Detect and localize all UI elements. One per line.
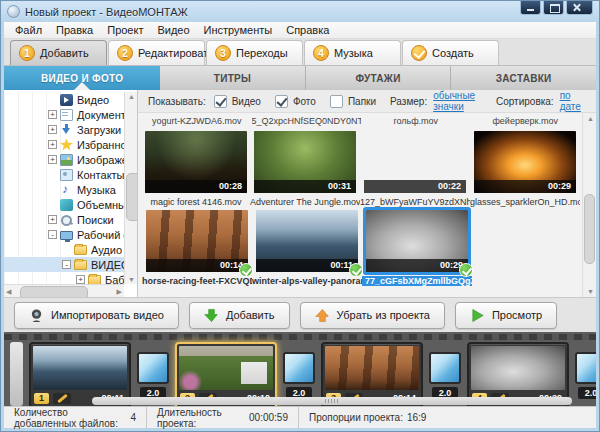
show-label: Показывать: bbox=[148, 96, 206, 107]
transition-duration: 2.0 bbox=[578, 387, 596, 399]
transition-2[interactable]: 2.0 bbox=[281, 352, 317, 399]
grid-vertical-scrollbar[interactable]: ▲ ▼ bbox=[582, 113, 596, 297]
video-thumbnail[interactable]: 00:11 bbox=[256, 210, 358, 272]
video-thumbnail[interactable]: 00:29 bbox=[366, 210, 468, 272]
tree-item-documents[interactable]: +Документы bbox=[4, 107, 124, 122]
video-thumbnail[interactable]: 00:22 bbox=[364, 131, 466, 193]
step-tab-edit[interactable]: 2 Редактировать bbox=[108, 40, 205, 65]
tab-video-photo[interactable]: ВИДЕО И ФОТО bbox=[4, 66, 160, 90]
transition-3[interactable]: 2.0 bbox=[427, 352, 463, 399]
video-checkbox[interactable] bbox=[214, 95, 227, 108]
tree-horizontal-scrollbar[interactable]: ◀ ▶ bbox=[4, 284, 124, 297]
tree-item-favorites[interactable]: +Избранное bbox=[4, 137, 124, 152]
tree-item-contacts[interactable]: Контакты bbox=[4, 167, 124, 182]
preview-button[interactable]: Просмотр bbox=[455, 302, 557, 329]
tree-item-video-folder[interactable]: -ВИДЕО bbox=[4, 257, 124, 272]
filter-video[interactable]: Видео bbox=[214, 95, 261, 108]
folder-icon bbox=[74, 245, 87, 255]
scroll-up-icon[interactable]: ▲ bbox=[128, 93, 135, 100]
video-icon bbox=[60, 94, 73, 106]
menu-file[interactable]: Файл bbox=[8, 23, 49, 37]
close-icon[interactable] bbox=[566, 1, 593, 15]
import-video-button[interactable]: Импортировать видео bbox=[14, 302, 179, 329]
scroll-right-icon[interactable]: ▶ bbox=[117, 288, 122, 296]
file-item[interactable]: 00:22 127_bWFyaWFuYV9zdXNhbmFfZX... bbox=[360, 128, 470, 207]
edit-pencil-icon[interactable] bbox=[53, 393, 71, 404]
app-icon bbox=[7, 5, 20, 18]
file-item[interactable]: 00:28 magic forest 4146.mov bbox=[142, 128, 250, 207]
tree-item-searches[interactable]: +Поиски bbox=[4, 212, 124, 227]
tree-item-desktop[interactable]: -Рабочий ст bbox=[4, 227, 124, 242]
menu-video[interactable]: Видео bbox=[150, 23, 196, 37]
transition-tile-icon[interactable] bbox=[429, 352, 461, 384]
tab-titles[interactable]: ТИТРЫ bbox=[160, 66, 306, 90]
menu-help[interactable]: Справка bbox=[279, 23, 336, 37]
minimize-icon[interactable] bbox=[520, 1, 541, 15]
file-name[interactable]: гольф.mov bbox=[361, 116, 471, 126]
file-name[interactable]: 5_Q2xpcHNfSEQ0NDY0NTYfMQ.mov bbox=[252, 116, 362, 126]
video-thumbnail[interactable]: 00:29 bbox=[474, 131, 576, 193]
menu-tools[interactable]: Инструменты bbox=[197, 23, 280, 37]
video-thumbnail[interactable]: 00:31 bbox=[254, 131, 356, 193]
tree-item-downloads[interactable]: +Загрузки bbox=[4, 122, 124, 137]
folders-checkbox[interactable] bbox=[330, 95, 343, 108]
step-4-icon: 4 bbox=[313, 45, 329, 61]
clip-thumbnail[interactable] bbox=[325, 346, 419, 390]
file-grid: yogurt-KZJWDA6.mov 5_Q2xpcHNfSEQ0NDY0NTY… bbox=[142, 113, 580, 297]
maximize-icon[interactable] bbox=[543, 1, 564, 15]
step-tab-add[interactable]: 1 Добавить bbox=[10, 40, 107, 65]
photo-checkbox[interactable] bbox=[275, 95, 288, 108]
file-name[interactable]: фейерверк.mov bbox=[471, 116, 581, 126]
clip-thumbnail[interactable] bbox=[33, 346, 127, 390]
sort-link[interactable]: по дате bbox=[560, 90, 586, 112]
menu-project[interactable]: Проект bbox=[100, 23, 150, 37]
file-item-selected[interactable]: 00:29 77_cGFsbXMgZmllbGQgZm9nI... bbox=[362, 207, 472, 286]
file-item[interactable]: 00:31 Adventurer The Jungle.mov bbox=[250, 128, 360, 207]
tree-item-videos[interactable]: Видео bbox=[4, 92, 124, 107]
step-tab-music[interactable]: 4 Музыка bbox=[304, 40, 401, 65]
menu-edit[interactable]: Правка bbox=[49, 23, 100, 37]
transition-tile-icon[interactable] bbox=[283, 352, 315, 384]
step-tab-transitions[interactable]: 3 Переходы bbox=[206, 40, 303, 65]
add-button[interactable]: Добавить bbox=[189, 302, 290, 329]
transition-4[interactable]: 2.0 bbox=[573, 352, 596, 399]
file-name[interactable]: yogurt-KZJWDA6.mov bbox=[142, 116, 252, 126]
size-link[interactable]: обычные значки bbox=[433, 90, 490, 112]
file-item[interactable]: 00:29 glasses_sparklerOn_HD.mov bbox=[470, 128, 580, 207]
file-item[interactable]: 00:14 horse-racing-feet-FXCVQDP.m... bbox=[142, 207, 252, 286]
scroll-down-icon[interactable]: ▼ bbox=[587, 288, 594, 295]
app-body: Файл Правка Проект Видео Инструменты Спр… bbox=[4, 22, 596, 428]
scroll-left-icon[interactable]: ◀ bbox=[6, 288, 11, 296]
window-title: Новый проект - ВидеоМОНТАЖ bbox=[25, 6, 188, 18]
title-bar[interactable]: Новый проект - ВидеоМОНТАЖ bbox=[1, 1, 599, 22]
cube-icon bbox=[60, 199, 73, 211]
tab-footage[interactable]: ФУТАЖИ bbox=[306, 66, 452, 90]
tree-item-pictures[interactable]: +Изображен bbox=[4, 152, 124, 167]
clip-thumbnail[interactable] bbox=[471, 346, 565, 390]
sort-label: Сортировка: bbox=[496, 96, 554, 107]
file-item[interactable]: 00:11 winter-alps-valley-panorama-... bbox=[252, 207, 362, 286]
tree-item-audio[interactable]: Аудио bbox=[4, 242, 124, 257]
tree-item-music[interactable]: Музыка bbox=[4, 182, 124, 197]
step-tab-create[interactable]: Создать bbox=[402, 40, 499, 65]
clip-thumbnail[interactable] bbox=[179, 346, 273, 390]
tab-intros[interactable]: ЗАСТАВКИ bbox=[451, 66, 596, 90]
scroll-down-icon[interactable]: ▼ bbox=[128, 276, 135, 283]
transition-tile-icon[interactable] bbox=[575, 352, 596, 384]
remove-from-project-button[interactable]: Убрать из проекта bbox=[300, 302, 445, 329]
video-thumbnail[interactable]: 00:14 bbox=[146, 210, 248, 272]
scroll-up-icon[interactable]: ▲ bbox=[587, 115, 594, 122]
step-tabs: 1 Добавить 2 Редактировать 3 Переходы 4 … bbox=[4, 39, 596, 66]
transition-tile-icon[interactable] bbox=[137, 352, 169, 384]
tree-vertical-scrollbar[interactable]: ▲ ▼ bbox=[124, 92, 137, 284]
status-bar: Количество добавленных файлов: 4 Длитель… bbox=[4, 406, 596, 428]
filter-folders[interactable]: Папки bbox=[330, 95, 376, 108]
video-thumbnail[interactable]: 00:28 bbox=[145, 131, 247, 193]
tree-item-babs[interactable]: +Бабс bbox=[4, 272, 124, 284]
aspect-ratio-value: 16:9 bbox=[407, 412, 426, 423]
timeline-scrollbar[interactable] bbox=[92, 397, 572, 405]
transition-1[interactable]: 2.0 bbox=[135, 352, 171, 399]
film-strip-sprockets bbox=[4, 334, 596, 340]
tree-item-3d-objects[interactable]: Объемные bbox=[4, 197, 124, 212]
filter-photo[interactable]: Фото bbox=[275, 95, 316, 108]
